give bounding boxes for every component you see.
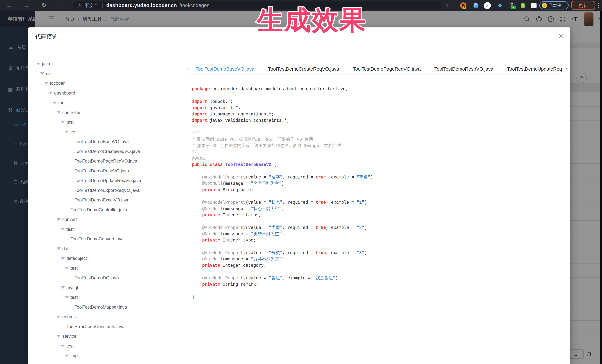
tree-folder-row[interactable]: tool xyxy=(28,98,186,108)
tree-file-row[interactable]: ToolTestDemoServiceImpl.java xyxy=(28,361,186,364)
code-line: * 测试示例 Base VO，提供给添加、修改、详细的子 VO 使用 xyxy=(192,136,567,143)
code-line: @ApiModelProperty(value = "状态", required… xyxy=(192,199,567,206)
tree-expand-caret-icon[interactable] xyxy=(65,131,69,133)
tree-node-label: ToolTestDemoExcelVO.java xyxy=(75,198,129,203)
close-icon[interactable]: × xyxy=(559,32,563,40)
tree-folder-row[interactable]: dashboard xyxy=(28,88,186,98)
tree-folder-row[interactable]: enums xyxy=(28,312,186,322)
tree-node-label: dashboard xyxy=(54,90,75,96)
tree-file-row[interactable]: ToolTestDemoBaseVO.java xyxy=(28,137,186,146)
file-tab[interactable]: ToolTestDemoCreateReqVO.java xyxy=(261,64,346,73)
tree-folder-row[interactable]: controller xyxy=(28,108,186,117)
tree-folder-row[interactable]: cn xyxy=(28,69,186,79)
browser-reload-icon[interactable]: ↻ xyxy=(40,1,48,10)
browser-menu-icon[interactable]: ⋮ xyxy=(596,1,601,9)
dialog-title: 代码预览 xyxy=(35,33,57,41)
tree-file-row[interactable]: ToolTestDemoCreateReqVO.java xyxy=(28,146,186,156)
tree-folder-row[interactable]: vo xyxy=(28,127,186,137)
browser-forward-icon[interactable]: → xyxy=(22,1,31,10)
chrome-update-button[interactable]: 更新 xyxy=(572,1,595,10)
screenshot-stage: ← → ↻ ⌂ ⚠ 不安全 | dashboard.yudao.iocoder.… xyxy=(0,0,602,364)
tree-expand-caret-icon[interactable] xyxy=(57,335,61,337)
extension-icon-sprout[interactable] xyxy=(519,2,527,9)
emoji-face-icon: ☺ xyxy=(542,3,547,8)
code-line xyxy=(192,218,567,225)
extension-paused-pill[interactable]: ☺ 已暂停 xyxy=(539,1,569,10)
tabs-scroll-right-icon[interactable]: › xyxy=(565,65,567,71)
tree-folder-row[interactable]: service xyxy=(28,331,186,341)
tree-expand-caret-icon[interactable] xyxy=(65,354,69,357)
tree-folder-row[interactable]: test xyxy=(28,341,186,351)
tree-file-row[interactable]: ToolTestDemoRespVO.java xyxy=(28,166,186,176)
code-line xyxy=(192,269,567,275)
tree-folder-row[interactable]: dataobject xyxy=(28,254,186,263)
extension-icon-puzzle[interactable] xyxy=(530,2,538,9)
file-tab[interactable]: ToolTestDemoBaseVO.java xyxy=(189,64,261,73)
tree-folder-row[interactable]: impl xyxy=(28,351,186,361)
tree-expand-caret-icon[interactable] xyxy=(61,121,65,124)
code-line: private String remark; xyxy=(192,281,567,288)
tree-file-row[interactable]: ToolTestDemoExportReqVO.java xyxy=(28,186,186,195)
tree-file-row[interactable]: ToolTestDemoController.java xyxy=(28,205,186,215)
tree-folder-row[interactable]: convert xyxy=(28,215,186,224)
tree-file-row[interactable]: ToolErrorCodeConstants.java xyxy=(28,322,186,332)
tree-expand-caret-icon[interactable] xyxy=(57,247,61,250)
tree-node-label: ToolTestDemoConvert.java xyxy=(70,236,124,241)
tree-expand-caret-icon[interactable] xyxy=(61,286,65,289)
tree-file-row[interactable]: ToolTestDemoUpdateReqVO.java xyxy=(28,176,186,186)
extension-icon-green-circle[interactable]: ✓ xyxy=(484,2,491,9)
tree-folder-row[interactable]: test xyxy=(28,117,186,127)
browser-home-icon[interactable]: ⌂ xyxy=(57,1,65,10)
tree-expand-caret-icon[interactable] xyxy=(36,63,40,65)
tree-folder-row[interactable]: mysql xyxy=(28,283,186,293)
code-line: private Integer status; xyxy=(192,212,567,218)
extension-icon-blue-drop[interactable] xyxy=(472,2,480,9)
extension-icon-orange[interactable]: 1 xyxy=(460,2,467,9)
tree-expand-caret-icon[interactable] xyxy=(65,296,69,299)
tree-folder-row[interactable]: dal xyxy=(28,244,186,254)
tree-expand-caret-icon[interactable] xyxy=(53,102,57,104)
tree-file-row[interactable]: ToolTestDemoConvert.java xyxy=(28,234,186,244)
tree-folder-row[interactable]: test xyxy=(28,292,186,302)
tree-expand-caret-icon[interactable] xyxy=(40,72,44,75)
tree-node-label: vo xyxy=(70,129,75,135)
file-tree: javacniocoderdashboardtoolcontrollertest… xyxy=(28,59,186,364)
tree-expand-caret-icon[interactable] xyxy=(44,82,48,84)
tree-file-row[interactable]: ToolTestDemoExcelVO.java xyxy=(28,195,186,205)
tree-node-label: ToolTestDemoPageReqVO.java xyxy=(75,158,137,164)
tree-folder-row[interactable]: java xyxy=(28,59,186,69)
code-line: package cn.iocoder.dashboard.modules.too… xyxy=(192,86,567,92)
tree-file-row[interactable]: ToolTestDemoDO.java xyxy=(28,273,186,283)
bookmark-star-icon[interactable]: ☆ xyxy=(444,1,452,10)
code-line: private Integer category; xyxy=(192,262,567,269)
tree-folder-row[interactable]: test xyxy=(28,224,186,234)
browser-back-icon[interactable]: ← xyxy=(5,1,13,10)
tree-folder-row[interactable]: test xyxy=(28,263,186,273)
extension-icon-diamond[interactable]: ❖ xyxy=(496,2,504,9)
file-tab[interactable]: ToolTestDemoUpdateReqVO.java xyxy=(500,64,562,73)
tree-file-row[interactable]: ToolTestDemoMapper.java xyxy=(28,302,186,312)
extension-icon-list[interactable]: ≡≡ on xyxy=(508,2,516,9)
tree-expand-caret-icon[interactable] xyxy=(61,345,65,347)
tree-node-label: ToolErrorCodeConstants.java xyxy=(66,324,125,329)
tree-folder-row[interactable]: iocoder xyxy=(28,78,186,88)
tabs-scroll-left-icon[interactable]: ‹ xyxy=(188,65,189,71)
tree-node-label: ToolTestDemoMapper.java xyxy=(75,304,127,310)
tree-file-row[interactable]: ToolTestDemoPageReqVO.java xyxy=(28,156,186,166)
tree-expand-caret-icon[interactable] xyxy=(57,218,61,221)
code-line: @ApiModelProperty(value = "名字", required… xyxy=(192,174,567,180)
not-secure-warning-icon: ⚠ xyxy=(78,3,82,8)
code-line xyxy=(192,193,567,199)
file-tab[interactable]: ToolTestDemoPageReqVO.java xyxy=(346,64,428,73)
tree-expand-caret-icon[interactable] xyxy=(57,111,61,114)
tree-expand-caret-icon[interactable] xyxy=(61,228,65,230)
tree-node-label: dataobject xyxy=(66,256,87,261)
tree-expand-caret-icon[interactable] xyxy=(61,257,65,260)
tree-node-label: controller xyxy=(62,110,81,115)
tree-node-label: impl xyxy=(70,353,79,358)
tree-expand-caret-icon[interactable] xyxy=(48,92,53,94)
file-tab[interactable]: ToolTestDemoRespVO.java xyxy=(428,64,500,73)
tree-expand-caret-icon[interactable] xyxy=(65,267,69,269)
code-line: import java.util.*; xyxy=(192,105,567,111)
tree-expand-caret-icon[interactable] xyxy=(57,316,61,318)
